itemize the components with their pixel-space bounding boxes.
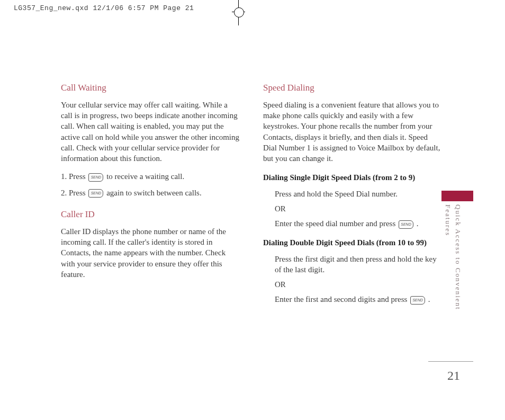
step-1-text-b: to receive a waiting call. — [106, 172, 184, 181]
send-key-icon: SEND — [88, 189, 103, 198]
step-2-text-a: 2. Press — [61, 189, 87, 197]
line-double-2: Enter the first and second digits and pr… — [275, 294, 443, 305]
line-single-2: Enter the speed dial number and press SE… — [275, 218, 443, 229]
page-number: 21 — [447, 369, 460, 383]
para-call-waiting: Your cellular service may offer call wai… — [61, 100, 241, 164]
heading-caller-id: Caller ID — [61, 209, 241, 221]
accent-bar — [441, 191, 473, 201]
right-column: Speed Dialing Speed dialing is a conveni… — [263, 82, 443, 312]
line-double-2b: . — [428, 295, 430, 303]
step-2: 2. Press SEND again to switch between ca… — [61, 187, 241, 198]
step-2-text-b: again to switch between calls. — [106, 189, 202, 197]
subhead-single-digit: Dialing Single Digit Speed Dials (from 2… — [263, 172, 443, 183]
block-single-digit: Press and hold the Speed Dial number. OR… — [263, 189, 443, 229]
step-1-text-a: 1. Press — [61, 172, 87, 181]
or-text: OR — [275, 279, 443, 290]
para-speed-dialing: Speed dialing is a convenient feature th… — [263, 100, 443, 164]
line-single-2a: Enter the speed dial number and press — [275, 219, 398, 228]
para-caller-id: Caller ID displays the phone number or n… — [61, 226, 241, 280]
footer-rule — [428, 361, 473, 362]
left-column: Call Waiting Your cellular service may o… — [61, 82, 241, 312]
step-1: 1. Press SEND to receive a waiting call. — [61, 171, 241, 182]
or-text: OR — [275, 203, 443, 214]
line-single-2b: . — [417, 219, 419, 228]
page-body: Call Waiting Your cellular service may o… — [61, 82, 473, 399]
line-double-2a: Enter the first and second digits and pr… — [275, 295, 409, 303]
side-tab: Quick Access to Convenient Features — [431, 191, 473, 332]
send-key-icon: SEND — [88, 173, 103, 182]
heading-call-waiting: Call Waiting — [61, 82, 241, 94]
side-section-label: Quick Access to Convenient Features — [443, 204, 463, 332]
send-key-icon: SEND — [410, 296, 425, 305]
subhead-double-digit: Dialing Double Digit Speed Dials (from 1… — [263, 237, 443, 248]
line-double-1: Press the first digit and then press and… — [275, 254, 443, 275]
send-key-icon: SEND — [399, 220, 413, 229]
line-single-1: Press and hold the Speed Dial number. — [275, 189, 443, 199]
crop-header: LG357_Eng_new.qxd 12/1/06 6:57 PM Page 2… — [14, 4, 194, 12]
block-double-digit: Press the first digit and then press and… — [263, 254, 443, 305]
heading-speed-dialing: Speed Dialing — [263, 82, 443, 94]
